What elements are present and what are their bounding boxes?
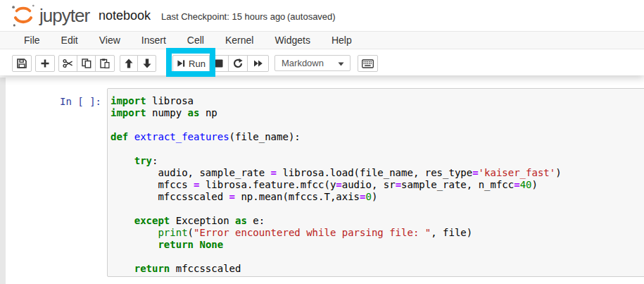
code-line[interactable]: try: <box>111 155 644 167</box>
page-left-edge <box>0 78 6 284</box>
menu-item-cell[interactable]: Cell <box>177 32 215 49</box>
keyboard-shortcuts-button[interactable] <box>358 55 378 72</box>
step-forward-icon <box>177 58 185 68</box>
notebook-title[interactable]: notebook <box>99 8 151 23</box>
restart-button[interactable] <box>228 55 248 72</box>
code-line[interactable]: except Exception as e: <box>111 215 644 227</box>
arrow-down-icon <box>142 58 152 68</box>
code-line[interactable] <box>111 119 644 131</box>
jupyter-logo-icon <box>11 3 36 28</box>
cut-button[interactable] <box>58 55 77 72</box>
jupyter-notebook-window: jupyter notebook Last Checkpoint: 15 hou… <box>0 0 644 284</box>
save-icon <box>17 58 27 68</box>
code-line[interactable]: def extract_features(file_name): <box>111 131 644 143</box>
menu-item-help[interactable]: Help <box>321 32 362 49</box>
stop-button[interactable] <box>209 55 229 72</box>
copy-button[interactable] <box>77 55 96 72</box>
copy-icon <box>82 58 91 68</box>
code-line[interactable]: audio, sample_rate = librosa.load(file_n… <box>111 167 644 179</box>
toolbar: Run <box>0 49 644 75</box>
menu-item-kernel[interactable]: Kernel <box>215 32 264 49</box>
app-header: jupyter notebook Last Checkpoint: 15 hou… <box>0 0 644 75</box>
cell-type-label: Markdown <box>282 58 324 68</box>
add-cell-button[interactable] <box>35 55 55 72</box>
code-line[interactable]: return None <box>111 239 644 251</box>
menubar: FileEditViewInsertCellKernelWidgetsHelp <box>0 31 644 49</box>
plus-icon <box>40 58 50 68</box>
code-line[interactable]: mfccsscaled = np.mean(mfccs.T,axis=0) <box>111 191 644 203</box>
run-group: Run <box>172 55 269 72</box>
notebook-area: In [ ]: import librosaimport numpy as np… <box>0 75 644 284</box>
brand-row: jupyter notebook Last Checkpoint: 15 hou… <box>0 0 644 31</box>
keyboard-icon <box>362 59 374 68</box>
save-button[interactable] <box>12 55 32 72</box>
paste-icon <box>100 58 110 68</box>
move-down-button[interactable] <box>137 55 156 72</box>
add-cell-group <box>35 55 55 72</box>
restart-icon <box>233 58 243 68</box>
cell-prompt: In [ ]: <box>41 96 101 107</box>
jupyter-logo[interactable]: jupyter <box>11 3 89 28</box>
code-line[interactable] <box>111 251 644 263</box>
code-line[interactable]: mfccs = librosa.feature.mfcc(y=audio, sr… <box>111 179 644 191</box>
run-button-label: Run <box>189 58 206 69</box>
code-line[interactable]: return mfccsscaled <box>111 263 644 275</box>
fast-forward-icon <box>253 58 263 68</box>
save-group <box>12 55 32 72</box>
menu-item-insert[interactable]: Insert <box>131 32 177 49</box>
arrow-up-icon <box>124 58 134 68</box>
code-line[interactable] <box>111 203 644 215</box>
menu-item-file[interactable]: File <box>13 32 51 49</box>
move-up-button[interactable] <box>120 55 138 72</box>
edit-group <box>58 55 115 72</box>
autosave-label: (autosaved) <box>287 11 336 22</box>
stop-icon <box>214 58 224 68</box>
menu-item-edit[interactable]: Edit <box>51 32 89 49</box>
cell-type-dropdown[interactable]: Markdown <box>274 55 351 71</box>
checkpoint-label: Last Checkpoint: 15 hours ago <box>161 11 285 22</box>
move-group <box>120 55 156 72</box>
code-line[interactable] <box>111 143 644 155</box>
keyboard-group <box>358 55 378 72</box>
cell-input-area[interactable]: import librosaimport numpy as npdef extr… <box>107 88 644 277</box>
scissors-icon <box>63 58 73 68</box>
run-button[interactable]: Run <box>172 55 210 72</box>
code-line[interactable]: import librosa <box>111 95 644 107</box>
run-all-button[interactable] <box>247 55 269 72</box>
code-line[interactable]: print("Error encountered while parsing f… <box>111 227 644 239</box>
caret-down-icon <box>338 62 344 66</box>
menu-item-widgets[interactable]: Widgets <box>264 32 321 49</box>
code-line[interactable]: import numpy as np <box>111 107 644 119</box>
jupyter-wordmark: jupyter <box>39 3 89 28</box>
menu-item-view[interactable]: View <box>89 32 131 49</box>
paste-button[interactable] <box>95 55 115 72</box>
